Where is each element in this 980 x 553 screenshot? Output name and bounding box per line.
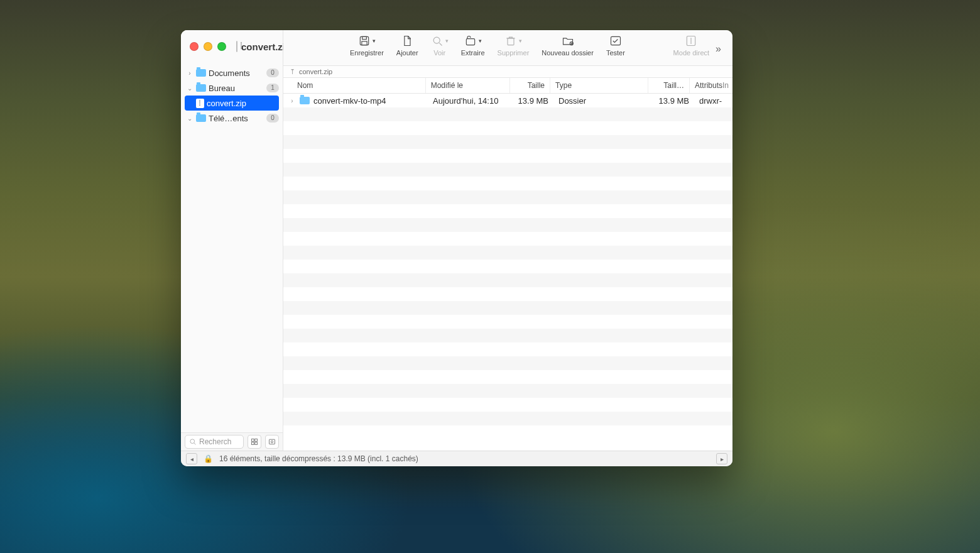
empty-row xyxy=(283,384,732,398)
empty-row xyxy=(283,121,732,135)
empty-row xyxy=(283,315,732,329)
svg-rect-4 xyxy=(252,442,254,445)
column-header-compressed-size[interactable]: Taill… xyxy=(648,78,690,93)
direct-mode-icon xyxy=(685,34,697,48)
empty-row xyxy=(283,218,732,232)
file-attributes: drwxr- xyxy=(694,96,732,106)
empty-row xyxy=(283,135,732,149)
add-icon xyxy=(401,34,413,48)
collapse-sidebar-button[interactable]: ◂ xyxy=(186,453,197,464)
folder-icon xyxy=(196,84,206,92)
path-up-icon[interactable]: ⤒ xyxy=(290,68,295,76)
archive-window: convert.zip › Documents 0 ⌄ Bureau xyxy=(181,30,732,466)
column-header-size[interactable]: Taille xyxy=(510,78,550,93)
column-header-modified[interactable]: Modifié le xyxy=(426,78,510,93)
svg-rect-10 xyxy=(362,41,367,45)
sidebar-footer: Recherch xyxy=(181,432,283,451)
zoom-window-button[interactable] xyxy=(217,42,226,51)
svg-line-1 xyxy=(194,443,196,445)
extract-icon: ▾ xyxy=(464,34,482,48)
chevron-right-icon[interactable]: › xyxy=(186,70,193,77)
file-list[interactable]: › convert-mkv-to-mp4 Aujourd'hui, 14:10 … xyxy=(283,94,732,451)
new-folder-button[interactable]: Nouveau dossier xyxy=(535,33,600,65)
empty-row xyxy=(283,398,732,412)
count-badge: 1 xyxy=(266,84,279,92)
sidebar-label: Documents xyxy=(209,68,264,78)
empty-row xyxy=(283,260,732,273)
preview-toggle-button[interactable] xyxy=(265,435,279,449)
toolbar-label: Supprimer xyxy=(498,49,530,57)
sidebar-item-downloads[interactable]: ⌄ Télé…ents 0 xyxy=(181,111,283,126)
column-header-name[interactable]: Nom xyxy=(283,78,426,93)
source-tree: › Documents 0 ⌄ Bureau 1 xyxy=(181,63,283,432)
extract-button[interactable]: ▾ Extraire xyxy=(455,33,491,65)
path-bar[interactable]: ⤒ convert.zip xyxy=(283,66,732,78)
column-header-attributes[interactable]: Attributs In xyxy=(690,78,732,93)
chevron-down-icon[interactable]: ⌄ xyxy=(186,115,193,122)
file-size: 13.9 MB xyxy=(513,96,553,106)
desktop-background: convert.zip › Documents 0 ⌄ Bureau xyxy=(0,0,980,553)
toolbar-label: Tester xyxy=(606,49,625,57)
svg-rect-16 xyxy=(611,36,620,45)
svg-rect-3 xyxy=(255,439,258,442)
chevron-right-icon[interactable]: › xyxy=(288,97,296,104)
toolbar-label: Ajouter xyxy=(396,49,418,57)
empty-row xyxy=(283,204,732,218)
breadcrumb-root[interactable]: convert.zip xyxy=(299,68,332,75)
sidebar-item-convert-zip[interactable]: convert.zip xyxy=(185,96,279,111)
close-window-button[interactable] xyxy=(190,42,199,51)
toolbar-label: Nouveau dossier xyxy=(542,49,594,57)
sidebar-item-bureau[interactable]: ⌄ Bureau 1 xyxy=(181,80,283,96)
svg-rect-5 xyxy=(255,442,258,445)
svg-point-11 xyxy=(433,37,440,43)
minimize-window-button[interactable] xyxy=(204,42,212,51)
column-headers: Nom Modifié le Taille Type Taill… Attrib… xyxy=(283,78,732,94)
add-button[interactable]: Ajouter xyxy=(390,33,425,65)
chevron-down-icon: ▾ xyxy=(479,38,482,44)
empty-row xyxy=(283,342,732,356)
empty-row xyxy=(283,301,732,315)
status-bar: ◂ 🔒 16 éléments, taille décompressés : 1… xyxy=(181,451,732,466)
check-icon xyxy=(609,34,622,48)
chevron-down-icon: ▾ xyxy=(519,38,522,44)
empty-row xyxy=(283,177,732,190)
svg-rect-2 xyxy=(252,439,254,442)
new-folder-icon xyxy=(561,34,575,48)
sidebar-item-documents[interactable]: › Documents 0 xyxy=(181,65,283,80)
column-header-type[interactable]: Type xyxy=(550,78,648,93)
toolbar: ▾ Enregistrer Ajouter ▾ xyxy=(283,30,732,66)
empty-row xyxy=(283,412,732,425)
titlebar[interactable]: convert.zip xyxy=(181,30,283,63)
sidebar-label: Bureau xyxy=(209,84,264,93)
file-modified: Aujourd'hui, 14:10 xyxy=(428,96,513,106)
collapse-preview-button[interactable]: ▸ xyxy=(716,453,727,464)
direct-mode-button[interactable]: Mode direct xyxy=(667,33,716,65)
save-button[interactable]: ▾ Enregistrer xyxy=(344,33,390,65)
sidebar-label: Télé…ents xyxy=(209,114,264,123)
traffic-lights xyxy=(190,42,226,51)
file-row[interactable]: › convert-mkv-to-mp4 Aujourd'hui, 14:10 … xyxy=(283,94,732,107)
overflow-button[interactable]: » xyxy=(716,33,730,65)
test-button[interactable]: Tester xyxy=(600,33,631,65)
chevron-down-icon[interactable]: ⌄ xyxy=(186,85,193,92)
toolbar-label: Mode direct xyxy=(673,49,709,57)
empty-row xyxy=(283,370,732,384)
count-badge: 0 xyxy=(266,114,279,123)
delete-button[interactable]: ▾ Supprimer xyxy=(491,33,536,65)
save-icon: ▾ xyxy=(358,34,376,48)
empty-row xyxy=(283,246,732,260)
file-name: convert-mkv-to-mp4 xyxy=(313,96,386,106)
svg-rect-13 xyxy=(466,39,474,45)
count-badge: 0 xyxy=(266,68,279,77)
sidebar-label: convert.zip xyxy=(207,99,275,108)
search-input[interactable]: Recherch xyxy=(185,435,244,449)
folder-icon xyxy=(196,69,206,77)
empty-row xyxy=(283,329,732,342)
empty-row xyxy=(283,149,732,163)
view-button[interactable]: ▾ Voir xyxy=(425,33,455,65)
chevron-down-icon: ▾ xyxy=(373,38,376,44)
sidebar: convert.zip › Documents 0 ⌄ Bureau xyxy=(181,30,283,451)
toolbar-label: Enregistrer xyxy=(350,49,384,57)
toggle-tree-button[interactable] xyxy=(248,435,261,449)
trash-icon: ▾ xyxy=(504,34,522,48)
